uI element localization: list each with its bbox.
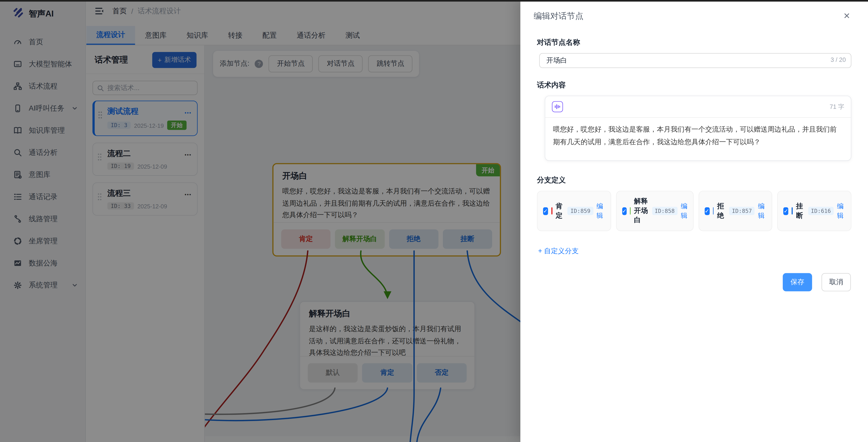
add-custom-branch-link[interactable]: + 自定义分支: [538, 246, 579, 256]
branch-color-bar: [713, 207, 714, 214]
node-name-label: 对话节点名称: [537, 38, 851, 47]
close-icon[interactable]: ✕: [842, 10, 851, 22]
edit-branch-link[interactable]: 编辑: [596, 202, 605, 220]
checkbox-checked[interactable]: ✓: [705, 207, 710, 215]
branch-id-badge: ID:858: [652, 207, 677, 215]
branch-color-bar: [551, 207, 553, 214]
branches-label: 分支定义: [537, 175, 851, 185]
cancel-button[interactable]: 取消: [822, 273, 851, 292]
branch-id-badge: ID:616: [808, 207, 834, 215]
voice-wave-icon[interactable]: [552, 101, 563, 112]
script-content-label: 话术内容: [537, 80, 851, 90]
branch-color-bar: [792, 207, 793, 214]
branch-card-reject: ✓ 拒绝 ID:857 编辑: [699, 191, 772, 231]
checkbox-checked[interactable]: ✓: [622, 207, 627, 215]
script-content-editor[interactable]: 71 字 喂您好，哎您好，我这边是客服，本月我们有一个交流活动，可以赠送周边礼品…: [545, 96, 851, 161]
save-button[interactable]: 保存: [783, 273, 812, 292]
edit-branch-link[interactable]: 编辑: [681, 202, 687, 220]
edit-branch-link[interactable]: 编辑: [837, 202, 845, 220]
window-top-edge: [0, 0, 868, 2]
branch-card-affirm: ✓ 肯定 ID:859 编辑: [537, 191, 611, 231]
content-text[interactable]: 喂您好，哎您好，我这边是客服，本月我们有一个交流活动，可以赠送周边礼品，并且我们…: [545, 118, 851, 161]
app-root: 智声AI 首页 大模型智能体 话术流程 AI呼叫任务 知识库管理: [0, 0, 868, 442]
branch-id-badge: ID:859: [567, 207, 593, 215]
branch-cards: ✓ 肯定 ID:859 编辑 ✓ 解释开场白 ID:858 编辑 ✓ 拒绝 ID…: [537, 191, 851, 231]
drawer-title: 编辑对话节点: [534, 11, 583, 22]
branch-card-explain: ✓ 解释开场白 ID:858 编辑: [616, 191, 693, 231]
branch-color-bar: [630, 207, 631, 214]
name-char-counter: 3 / 20: [831, 57, 846, 63]
edit-node-drawer: 编辑对话节点 ✕ 对话节点名称 3 / 20 话术内容 71 字 喂您好，哎您好…: [520, 0, 868, 442]
checkbox-checked[interactable]: ✓: [783, 207, 788, 215]
branch-id-badge: ID:857: [729, 207, 755, 215]
content-char-counter: 71 字: [830, 102, 844, 111]
checkbox-checked[interactable]: ✓: [543, 207, 548, 215]
branch-card-hangup: ✓ 挂断 ID:616 编辑: [777, 191, 851, 231]
node-name-input[interactable]: [539, 53, 851, 68]
edit-branch-link[interactable]: 编辑: [758, 202, 766, 220]
